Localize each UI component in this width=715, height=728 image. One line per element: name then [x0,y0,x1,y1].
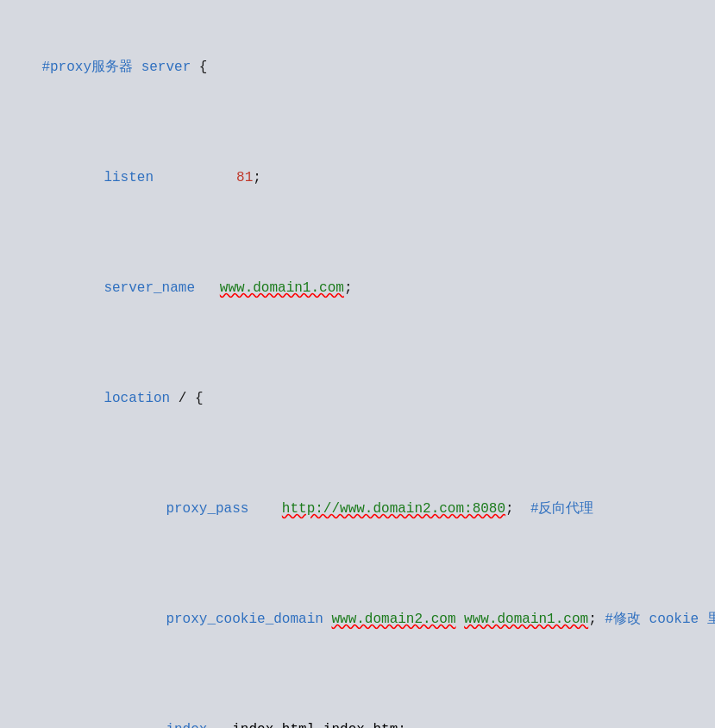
comment-reverse-proxy: #反向代理 [530,501,594,517]
comment-cookie-domain: #修改 cookie 里域名 [605,612,715,627]
keyword-proxy-pass: proxy_pass [166,501,248,517]
line-empty-6 [9,661,706,688]
line-location: location / { [9,357,706,440]
value-index-htm: index.htm [323,722,398,728]
line-proxy-pass: proxy_pass http://www.domain2.com:8080; … [9,468,706,550]
keyword-server-name: server_name [103,280,195,296]
value-81: 81 [236,170,253,185]
line-1: #proxy服务器 server { [9,26,706,109]
keyword-server: server [141,60,191,75]
line-empty-1 [9,109,706,136]
line-empty-3 [9,329,706,357]
line-empty-5 [9,550,706,578]
code-block: #proxy服务器 server { listen 81; server_nam… [9,17,706,728]
line-server-name: server_name www.domain1.com; [9,247,706,329]
value-proxy-pass-url: http://www.domain2.com:8080 [282,501,505,517]
keyword-proxy-cookie-domain: proxy_cookie_domain [166,612,323,627]
line-index: index index.html index.htm; [9,688,706,728]
value-domain2-cookie: www.domain2.com [331,612,455,627]
keyword-index: index [166,722,207,728]
brace-open: { [191,60,207,75]
keyword-listen: listen [103,170,154,185]
value-domain1-cookie: www.domain1.com [464,612,588,627]
value-domain1: www.domain1.com [220,280,344,296]
value-index-html: index.html [232,722,315,728]
keyword-location: location [103,391,170,406]
line-empty-2 [9,219,706,247]
line-listen: listen 81; [9,136,706,219]
line-proxy-cookie-domain: proxy_cookie_domain www.domain2.com www.… [9,578,706,661]
comment-proxy: #proxy服务器 [41,60,141,75]
line-empty-4 [9,440,706,468]
